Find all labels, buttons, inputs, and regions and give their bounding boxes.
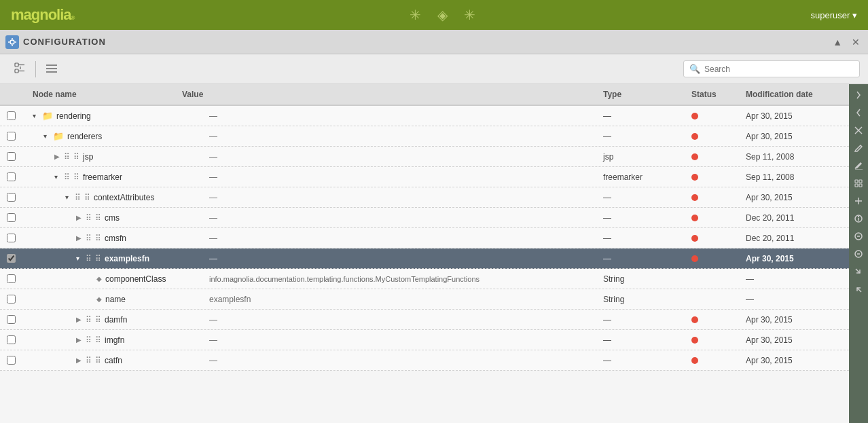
row-check[interactable]: [0, 213, 27, 222]
cell-name-wrap: ◆ name: [27, 291, 204, 308]
row-checkbox[interactable]: [7, 213, 16, 222]
table-row[interactable]: ▶ ⠿ ⠿ catfn — — Apr 30, 2015: [0, 350, 849, 371]
tree-arrow[interactable]: ▾: [33, 112, 41, 119]
sidebar-close-button[interactable]: [850, 122, 867, 139]
cell-date: Sep 11, 2008: [740, 168, 849, 186]
table-row[interactable]: ◆ name examplesfn String —: [0, 289, 849, 310]
row-check[interactable]: [0, 111, 27, 120]
cell-type: —: [598, 128, 686, 145]
table-row[interactable]: ▶ ⠿ ⠿ jsp — jsp Sep 11, 2008: [0, 147, 849, 167]
row-checkbox[interactable]: [7, 295, 16, 304]
sidebar-edit-button[interactable]: [850, 140, 867, 156]
cell-value: —: [204, 352, 598, 369]
row-checkbox[interactable]: [7, 172, 16, 181]
config-icon: [5, 35, 19, 49]
search-box[interactable]: 🔍: [683, 60, 860, 77]
row-check[interactable]: [0, 254, 27, 263]
table-row[interactable]: ▾ ⠿ ⠿ contextAttributes — — Apr 30, 2015: [0, 187, 849, 208]
sidebar-add-button[interactable]: [850, 193, 867, 209]
status-dot: [691, 153, 698, 160]
cell-date: Apr 30, 2015: [740, 250, 849, 268]
main-content: Node name Value Type Status Modification…: [0, 84, 868, 423]
row-check[interactable]: [0, 335, 27, 344]
folder-icon: 📁: [53, 131, 64, 141]
row-check[interactable]: [0, 315, 27, 324]
node-icon: ⠿: [64, 152, 70, 162]
node-name: damfn: [105, 315, 127, 325]
table-row[interactable]: ▶ ⠿ ⠿ cmsfn — — Dec 20, 2011: [0, 228, 849, 249]
node-icon2: ⠿: [84, 193, 90, 202]
row-checkbox[interactable]: [7, 254, 16, 263]
sidebar-info2-button[interactable]: [850, 228, 867, 244]
asterisk-icon[interactable]: ✳: [464, 7, 475, 23]
cell-value: —: [204, 229, 598, 247]
sidebar-expand-right-button[interactable]: [850, 87, 867, 103]
row-checkbox[interactable]: [7, 111, 16, 120]
tree-arrow[interactable]: ▾: [43, 132, 52, 140]
sidebar-edit2-button[interactable]: [850, 158, 867, 174]
row-checkbox[interactable]: [7, 315, 16, 324]
cell-status: [686, 312, 740, 327]
row-checkbox[interactable]: [7, 234, 16, 242]
sidebar-remove-button[interactable]: [850, 246, 867, 262]
cell-value: examplesfn: [204, 291, 598, 308]
tree-arrow[interactable]: ▾: [76, 255, 84, 262]
tree-arrow[interactable]: ▶: [76, 316, 84, 323]
sidebar-collapse-left-button[interactable]: [850, 105, 867, 121]
topbar: magnolia® ✳ ◈ ✳ superuser: [0, 0, 868, 30]
table-row[interactable]: ▾ 📁 renderers — — Apr 30, 2015: [0, 126, 849, 147]
close-button[interactable]: ✕: [849, 35, 863, 49]
row-check[interactable]: [0, 132, 27, 141]
user-menu[interactable]: superuser: [811, 10, 857, 20]
tree-arrow[interactable]: ▾: [65, 194, 73, 201]
cell-type: jsp: [598, 148, 686, 166]
row-checkbox[interactable]: [7, 274, 16, 283]
row-check[interactable]: [0, 172, 27, 181]
cell-value: —: [204, 311, 598, 329]
row-check[interactable]: [0, 295, 27, 304]
status-dot: [691, 194, 698, 201]
row-check[interactable]: [0, 234, 27, 242]
cell-value: —: [204, 209, 598, 227]
search-input[interactable]: [704, 65, 854, 74]
table-row[interactable]: ◆ componentClass info.magnolia.documenta…: [0, 269, 849, 289]
diamond-icon: ◆: [96, 295, 102, 303]
row-check[interactable]: [0, 193, 27, 202]
tree-arrow[interactable]: ▶: [76, 234, 84, 242]
table-row[interactable]: ▶ ⠿ ⠿ imgfn — — Apr 30, 2015: [0, 330, 849, 350]
minimize-button[interactable]: ▲: [830, 35, 845, 49]
row-checkbox[interactable]: [7, 335, 16, 344]
expand-tree-button[interactable]: [8, 59, 31, 79]
tree-arrow[interactable]: ▾: [54, 173, 62, 181]
table-row[interactable]: ▾ 📁 rendering — — Apr 30, 2015: [0, 106, 849, 126]
row-check[interactable]: [0, 274, 27, 283]
sidebar-import-button[interactable]: [850, 281, 867, 297]
row-check[interactable]: [0, 152, 27, 161]
table-row[interactable]: ▶ ⠿ ⠿ cms — — Dec 20, 2011: [0, 208, 849, 228]
sidebar-export-button[interactable]: [850, 263, 867, 280]
cell-status: [686, 190, 740, 205]
menu-button[interactable]: [40, 60, 63, 79]
scissors-icon[interactable]: ✳: [410, 7, 421, 23]
table-row[interactable]: ▾ ⠿ ⠿ freemarker — freemarker Sep 11, 20…: [0, 167, 849, 187]
row-checkbox[interactable]: [7, 132, 16, 141]
tree-arrow[interactable]: ▶: [76, 356, 84, 364]
sidebar-info-button[interactable]: [850, 210, 867, 227]
sidebar-grid-button[interactable]: [850, 175, 867, 191]
tree-arrow[interactable]: ▶: [76, 336, 84, 344]
tree-arrow[interactable]: ▶: [76, 214, 84, 221]
cell-status: [686, 231, 740, 246]
row-checkbox[interactable]: [7, 356, 16, 365]
table-row[interactable]: ▶ ⠿ ⠿ damfn — — Apr 30, 2015: [0, 310, 849, 330]
node-icon: ⠿: [86, 213, 92, 223]
tree-arrow[interactable]: ▶: [54, 153, 62, 160]
svg-line-25: [856, 269, 860, 273]
diamond-pattern-icon[interactable]: ◈: [437, 7, 448, 23]
cell-name-wrap: ▾ 📁 renderers: [27, 127, 204, 145]
row-checkbox[interactable]: [7, 193, 16, 202]
cell-type: —: [598, 352, 686, 369]
app-title: CONFIGURATION: [23, 37, 106, 47]
row-checkbox[interactable]: [7, 152, 16, 161]
table-row[interactable]: ▾ ⠿ ⠿ examplesfn — — Apr 30, 2015: [0, 249, 849, 269]
row-check[interactable]: [0, 356, 27, 365]
